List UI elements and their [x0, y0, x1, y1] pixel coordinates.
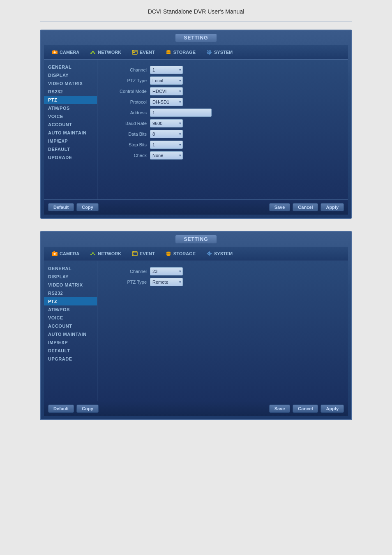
sidebar-item-default-1[interactable]: DEFAULT — [44, 145, 97, 153]
label-ptztype-1: PTZ Type — [106, 78, 147, 83]
channel-select-wrapper-2: 2324 — [150, 267, 183, 275]
databits-select-1[interactable]: 87 — [150, 130, 183, 138]
camera-icon-2 — [51, 250, 58, 257]
tab-camera-1[interactable]: CAMERA — [47, 47, 83, 57]
channel-select-1[interactable]: 1234 — [150, 66, 183, 74]
channel-select-2[interactable]: 2324 — [150, 267, 183, 275]
form-row-stopbits-1: Stop Bits 12 — [106, 141, 340, 149]
tab-system-label-2: SYSTEM — [214, 251, 233, 256]
setting-title-bar-1: SETTING — [44, 34, 348, 42]
sidebar-item-imp-exp-1[interactable]: IMP/EXP — [44, 137, 97, 145]
label-ptztype-2: PTZ Type — [106, 280, 147, 284]
label-channel-2: Channel — [106, 269, 147, 274]
copy-button-2[interactable]: Copy — [76, 405, 99, 413]
page-title: DCVI Standalone DVR User's Manual — [8, 8, 384, 15]
svg-rect-6 — [94, 53, 95, 54]
sidebar-item-rs232-1[interactable]: RS232 — [44, 88, 97, 96]
tab-network-2[interactable]: NETWORK — [85, 249, 125, 259]
svg-rect-41 — [133, 254, 134, 254]
main-form-2: Channel 2324 PTZ Type RemoteLocal — [97, 261, 348, 401]
svg-rect-30 — [53, 251, 55, 252]
svg-line-8 — [93, 52, 95, 53]
tab-network-1[interactable]: NETWORK — [85, 47, 125, 57]
sidebar-item-auto-maintain-2[interactable]: AUTO MAINTAIN — [44, 330, 97, 338]
ptztype-select-1[interactable]: LocalRemote — [150, 76, 183, 85]
main-form-1: Channel 1234 PTZ Type LocalRemote Cont — [97, 60, 348, 199]
default-button-1[interactable]: Default — [48, 203, 74, 211]
tab-camera-2[interactable]: CAMERA — [47, 249, 83, 259]
ptztype-select-wrapper-2: RemoteLocal — [150, 278, 183, 286]
sidebar-1: GENERAL DISPLAY VIDEO MATRIX RS232 PTZ A… — [44, 60, 97, 199]
svg-rect-13 — [133, 52, 134, 53]
event-icon — [131, 49, 138, 56]
sidebar-item-atm-pos-1[interactable]: ATM/POS — [44, 104, 97, 112]
storage-icon-2 — [165, 250, 172, 257]
tab-system-1[interactable]: SYSTEM — [202, 47, 237, 57]
sidebar-item-display-1[interactable]: DISPLAY — [44, 71, 97, 79]
tab-system-2[interactable]: SYSTEM — [202, 249, 237, 259]
sidebar-item-account-2[interactable]: ACCOUNT — [44, 322, 97, 330]
label-protocol-1: Protocol — [106, 99, 147, 104]
controlmode-select-1[interactable]: HDCVIRS485 — [150, 87, 183, 95]
sidebar-item-voice-2[interactable]: VOICE — [44, 314, 97, 322]
sidebar-item-general-1[interactable]: GENERAL — [44, 63, 97, 71]
stopbits-select-1[interactable]: 12 — [150, 141, 183, 149]
address-input-1[interactable] — [150, 109, 212, 117]
form-row-check-1: Check NoneOddEven — [106, 151, 340, 160]
tab-camera-label-1: CAMERA — [60, 50, 79, 55]
sidebar-item-upgrade-1[interactable]: UPGRADE — [44, 153, 97, 162]
sidebar-item-default-2[interactable]: DEFAULT — [44, 347, 97, 355]
panel-1: SETTING CAMERA — [40, 30, 352, 219]
channel-select-wrapper-1: 1234 — [150, 66, 183, 74]
sidebar-item-voice-1[interactable]: VOICE — [44, 112, 97, 120]
sidebar-item-display-2[interactable]: DISPLAY — [44, 273, 97, 281]
sidebar-item-video-matrix-2[interactable]: VIDEO MATRIX — [44, 281, 97, 289]
tab-network-label-1: NETWORK — [98, 50, 121, 55]
svg-line-24 — [208, 51, 208, 51]
default-button-2[interactable]: Default — [48, 405, 74, 413]
apply-button-1[interactable]: Apply — [321, 203, 344, 211]
baudrate-select-1[interactable]: 960012002400480019200 — [150, 119, 183, 127]
button-bar-2: Default Copy Save Cancel Apply — [44, 401, 348, 416]
cancel-button-2[interactable]: Cancel — [293, 405, 318, 413]
sidebar-item-account-1[interactable]: ACCOUNT — [44, 120, 97, 129]
setting-title-1: SETTING — [175, 34, 216, 42]
label-controlmode-1: Control Mode — [106, 89, 147, 94]
tab-event-2[interactable]: EVENT — [127, 249, 159, 259]
label-address-1: Address — [106, 110, 147, 115]
save-button-2[interactable]: Save — [269, 405, 291, 413]
apply-button-2[interactable]: Apply — [321, 405, 344, 413]
divider-top — [40, 21, 352, 21]
svg-line-27 — [208, 53, 208, 54]
system-icon — [206, 49, 212, 56]
sidebar-item-rs232-2[interactable]: RS232 — [44, 289, 97, 297]
svg-point-19 — [209, 52, 210, 53]
tab-camera-label-2: CAMERA — [60, 251, 79, 256]
copy-button-1[interactable]: Copy — [76, 203, 99, 211]
tab-storage-1[interactable]: STORAGE — [161, 47, 200, 57]
sidebar-item-imp-exp-2[interactable]: IMP/EXP — [44, 338, 97, 347]
form-row-controlmode-1: Control Mode HDCVIRS485 — [106, 87, 340, 95]
sidebar-item-auto-maintain-1[interactable]: AUTO MAINTAIN — [44, 129, 97, 137]
protocol-select-1[interactable]: DH-SD1PELCO-P — [150, 98, 183, 106]
sidebar-item-video-matrix-1[interactable]: VIDEO MATRIX — [44, 79, 97, 88]
tab-event-1[interactable]: EVENT — [127, 47, 159, 57]
form-row-channel-1: Channel 1234 — [106, 66, 340, 74]
sidebar-item-atm-pos-2[interactable]: ATM/POS — [44, 305, 97, 314]
sidebar-item-ptz-2[interactable]: PTZ — [44, 297, 97, 305]
save-button-1[interactable]: Save — [269, 203, 291, 211]
tab-storage-label-1: STORAGE — [173, 50, 196, 55]
svg-rect-37 — [132, 252, 137, 256]
svg-rect-2 — [53, 50, 55, 51]
sidebar-item-upgrade-2[interactable]: UPGRADE — [44, 355, 97, 363]
check-select-1[interactable]: NoneOddEven — [150, 151, 183, 160]
svg-rect-33 — [92, 252, 94, 254]
svg-line-26 — [210, 51, 211, 51]
sidebar-item-general-2[interactable]: GENERAL — [44, 264, 97, 273]
setting-title-bar-2: SETTING — [44, 235, 348, 243]
tab-storage-2[interactable]: STORAGE — [161, 249, 200, 259]
svg-rect-32 — [90, 254, 92, 255]
cancel-button-1[interactable]: Cancel — [293, 203, 318, 211]
sidebar-item-ptz-1[interactable]: PTZ — [44, 96, 97, 104]
ptztype-select-2[interactable]: RemoteLocal — [150, 278, 183, 286]
